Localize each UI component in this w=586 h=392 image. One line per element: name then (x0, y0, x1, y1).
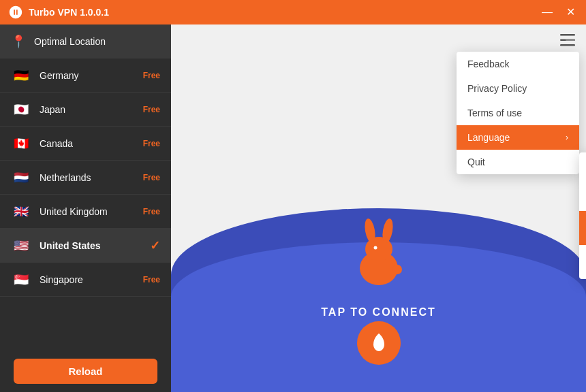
free-badge: Free (143, 207, 160, 216)
sidebar-item-label: Optimal Location (34, 36, 160, 47)
singapore-flag: 🇸🇬 (11, 270, 31, 290)
sidebar-item-label: Germany (40, 70, 143, 81)
sidebar-item-label: Singapore (40, 274, 143, 285)
sidebar-item-canada[interactable]: 🇨🇦 Canada Free (0, 127, 171, 161)
reload-button[interactable]: Reload (14, 359, 157, 384)
sidebar-item-germany[interactable]: 🇩🇪 Germany Free (0, 59, 171, 93)
free-badge: Free (143, 71, 160, 80)
language-submenu: English Русский Russian Español (579, 152, 586, 279)
sidebar-item-netherlands[interactable]: 🇳🇱 Netherlands Free (0, 161, 171, 195)
sidebar-item-optimal[interactable]: 📍 Optimal Location (0, 24, 171, 59)
app-title: Turbo VPN 1.0.0.1 (29, 7, 531, 18)
menu-item-privacy[interactable]: Privacy Policy (457, 76, 579, 101)
japan-flag: 🇯🇵 (11, 99, 31, 120)
chevron-right-icon: › (566, 133, 568, 142)
lang-item-russian[interactable]: Русский Russian (579, 177, 586, 211)
svg-point-9 (392, 265, 402, 274)
content-area: TAP TO CONNECT Feedback Privacy Policy T… (171, 24, 586, 392)
sidebar-item-label: United States (40, 240, 150, 251)
sidebar-item-label: Netherlands (40, 172, 143, 183)
location-icon: 📍 (11, 34, 26, 49)
lang-item-english[interactable]: English (579, 152, 586, 177)
svg-rect-2 (560, 44, 575, 46)
sidebar-item-label: Canada (40, 138, 143, 149)
menu-item-quit[interactable]: Quit (457, 150, 579, 174)
sidebar-item-label: Japan (40, 104, 143, 115)
svg-rect-0 (560, 34, 575, 36)
logo-icon (8, 5, 23, 20)
tap-to-connect-label: TAP TO CONNECT (171, 306, 586, 318)
rabbit-illustration (348, 214, 410, 291)
lang-item-ukrainian[interactable]: Українська Ukraine (579, 245, 586, 279)
free-badge: Free (143, 173, 160, 182)
netherlands-flag: 🇳🇱 (11, 167, 31, 188)
svg-rect-3 (566, 39, 575, 42)
us-flag: 🇺🇸 (11, 235, 31, 256)
svg-point-8 (373, 246, 377, 250)
main-layout: 📍 Optimal Location 🇩🇪 Germany Free 🇯🇵 Ja… (0, 24, 586, 392)
checkmark-icon: ✓ (150, 238, 160, 253)
sidebar-item-label: United Kingdom (40, 206, 143, 217)
sidebar-item-singapore[interactable]: 🇸🇬 Singapore Free (0, 263, 171, 297)
sidebar-item-us[interactable]: 🇺🇸 United States ✓ (0, 229, 171, 263)
sidebar-item-uk[interactable]: 🇬🇧 United Kingdom Free (0, 195, 171, 229)
close-button[interactable]: ✕ (564, 7, 578, 18)
germany-flag: 🇩🇪 (11, 65, 31, 86)
free-badge: Free (143, 139, 160, 148)
minimize-button[interactable]: — (539, 7, 555, 18)
canada-flag: 🇨🇦 (11, 133, 31, 154)
uk-flag: 🇬🇧 (11, 201, 31, 222)
connect-button[interactable] (357, 321, 401, 365)
free-badge: Free (143, 275, 160, 284)
sidebar-item-japan[interactable]: 🇯🇵 Japan Free (0, 93, 171, 127)
free-badge: Free (143, 105, 160, 114)
menu-item-feedback[interactable]: Feedback (457, 52, 579, 76)
titlebar: Turbo VPN 1.0.0.1 — ✕ (0, 0, 586, 24)
lang-item-spanish[interactable]: Español Spanish (579, 211, 586, 245)
dropdown-menu: Feedback Privacy Policy Terms of use Lan… (457, 52, 579, 174)
menu-item-language[interactable]: Language › English Русский Russian (457, 125, 579, 150)
menu-item-terms[interactable]: Terms of use (457, 101, 579, 125)
menu-icon[interactable] (560, 34, 575, 50)
sidebar: 📍 Optimal Location 🇩🇪 Germany Free 🇯🇵 Ja… (0, 24, 171, 392)
